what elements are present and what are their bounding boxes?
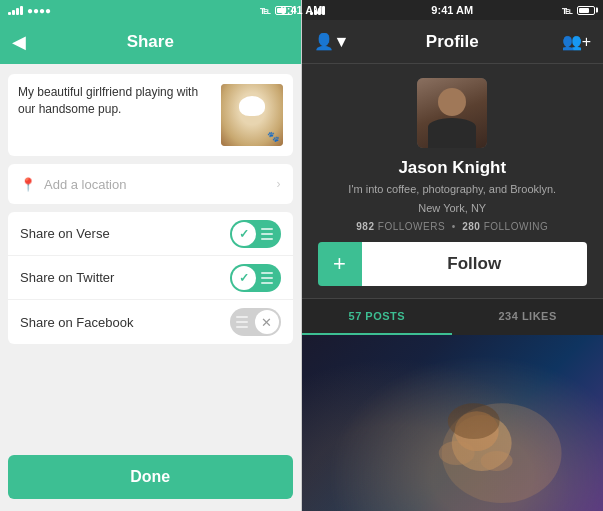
toggle-check-icon: ✓ (232, 266, 256, 290)
profile-panel: 9:41 AM ℡ 👤▼ Profile 👥+ Jason Knight I'm… (302, 0, 604, 511)
followers-count: 982 (356, 221, 374, 232)
following-count: 280 (462, 221, 480, 232)
avatar (417, 78, 487, 148)
share-facebook-label: Share on Facebook (20, 315, 230, 330)
post-text: My beautiful girlfriend playing with our… (18, 84, 213, 118)
right-time: 9:41 AM (431, 4, 473, 16)
profile-name: Jason Knight (398, 158, 506, 178)
tab-posts[interactable]: 57 POSTS (302, 299, 453, 335)
toggle-lines (258, 272, 276, 284)
following-label: FOLLOWING (484, 221, 549, 232)
share-verse-row: Share on Verse ✓ (8, 212, 293, 256)
photo-grid[interactable] (302, 335, 604, 511)
facebook-toggle[interactable]: ✕ (230, 308, 281, 336)
left-status-bar: ●●●● 9:41 AM ℡ (0, 0, 301, 20)
profile-icon-left[interactable]: 👤▼ (314, 32, 350, 51)
share-title: Share (127, 32, 174, 52)
avatar-silhouette (417, 78, 487, 148)
verse-toggle[interactable]: ✓ (230, 220, 281, 248)
done-button[interactable]: Done (8, 455, 293, 499)
share-twitter-row: Share on Twitter ✓ (8, 256, 293, 300)
toggle-x-icon: ✕ (255, 310, 279, 334)
avatar-image (417, 78, 487, 148)
right-battery-icon (577, 6, 595, 15)
follow-label: Follow (447, 254, 501, 274)
follow-action-row: + Follow (318, 242, 588, 286)
location-pin-icon: 📍 (20, 177, 36, 192)
tab-posts-label: 57 POSTS (349, 310, 406, 322)
dog-thumbnail (221, 84, 283, 146)
plus-button[interactable]: + (318, 242, 362, 286)
right-status-bar: 9:41 AM ℡ (302, 0, 604, 20)
chevron-right-icon: › (277, 177, 281, 191)
status-left: ●●●● (8, 5, 51, 16)
twitter-toggle[interactable]: ✓ (230, 264, 281, 292)
tab-likes[interactable]: 234 LIKES (452, 299, 603, 335)
location-placeholder: Add a location (44, 177, 277, 192)
tab-likes-label: 234 LIKES (498, 310, 556, 322)
profile-info-section: Jason Knight I'm into coffee, photograph… (302, 64, 604, 298)
profile-title: Profile (426, 32, 479, 52)
right-bluetooth-icon: ℡ (562, 5, 573, 16)
toggle-lines (258, 228, 276, 240)
add-friend-icon[interactable]: 👥+ (562, 32, 591, 51)
avatar-head (438, 88, 466, 116)
spacer (0, 344, 301, 455)
share-verse-label: Share on Verse (20, 226, 230, 241)
share-nav-bar: ◀ Share (0, 20, 301, 64)
followers-label: FOLLOWERS (378, 221, 445, 232)
share-panel: ●●●● 9:41 AM ℡ ◀ Share My beautiful girl… (0, 0, 301, 511)
profile-tabs: 57 POSTS 234 LIKES (302, 298, 604, 335)
post-preview-card: My beautiful girlfriend playing with our… (8, 74, 293, 156)
photo-background (302, 335, 604, 511)
status-right: ℡ (260, 5, 293, 16)
profile-nav-bar: 👤▼ Profile 👥+ (302, 20, 604, 64)
dog-photo (221, 84, 283, 146)
toggle-check-icon: ✓ (232, 222, 256, 246)
profile-location: New York, NY (418, 201, 486, 216)
share-facebook-row: Share on Facebook ✕ (8, 300, 293, 344)
add-location-row[interactable]: 📍 Add a location › (8, 164, 293, 204)
share-options-list: Share on Verse ✓ Share on Twitter ✓ (8, 212, 293, 344)
bluetooth-icon: ℡ (260, 5, 271, 16)
signal-icon (8, 5, 23, 15)
avatar-body (428, 118, 476, 148)
battery-icon (275, 6, 293, 15)
back-button[interactable]: ◀ (12, 31, 26, 53)
done-label: Done (130, 468, 170, 486)
follow-button[interactable]: Follow (362, 242, 588, 286)
profile-bio: I'm into coffee, photography, and Brookl… (348, 182, 556, 197)
photo-overlay (302, 335, 604, 511)
plus-icon: + (333, 251, 346, 277)
toggle-off-lines (232, 316, 252, 328)
share-twitter-label: Share on Twitter (20, 270, 230, 285)
right-status-right: ℡ (562, 5, 595, 16)
profile-stats: 982 FOLLOWERS • 280 FOLLOWING (356, 221, 548, 232)
carrier: ●●●● (27, 5, 51, 16)
